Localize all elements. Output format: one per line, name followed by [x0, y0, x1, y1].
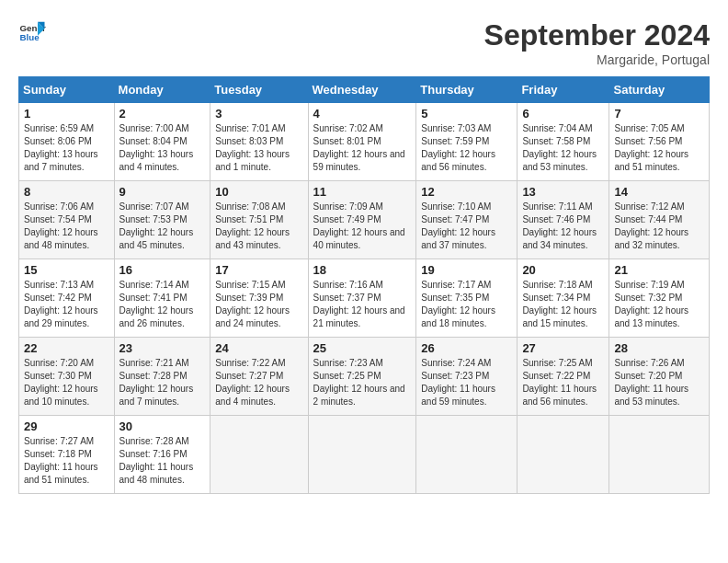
table-row: 18 Sunrise: 7:16 AMSunset: 7:37 PMDaylig… [308, 259, 416, 338]
day-number: 18 [313, 263, 412, 277]
day-number: 17 [215, 263, 302, 277]
table-row: 19 Sunrise: 7:17 AMSunset: 7:35 PMDaylig… [416, 259, 518, 338]
svg-text:Blue: Blue [20, 32, 40, 42]
calendar-table: Sunday Monday Tuesday Wednesday Thursday… [18, 76, 710, 494]
day-number: 22 [24, 341, 109, 355]
day-info: Sunrise: 7:20 AMSunset: 7:30 PMDaylight:… [24, 357, 109, 408]
logo: General Blue [18, 18, 46, 46]
day-info: Sunrise: 7:25 AMSunset: 7:22 PMDaylight:… [522, 357, 604, 408]
day-number: 15 [24, 263, 109, 277]
table-row: 6 Sunrise: 7:04 AMSunset: 7:58 PMDayligh… [518, 103, 609, 181]
day-number: 8 [24, 185, 109, 199]
table-row: 10 Sunrise: 7:08 AMSunset: 7:51 PMDaylig… [210, 181, 308, 259]
location: Margaride, Portugal [484, 52, 710, 67]
day-number: 21 [614, 263, 704, 277]
day-number: 10 [215, 185, 302, 199]
day-info: Sunrise: 7:04 AMSunset: 7:58 PMDaylight:… [522, 122, 604, 174]
table-row: 24 Sunrise: 7:22 AMSunset: 7:27 PMDaylig… [210, 338, 308, 416]
day-number: 4 [313, 107, 412, 121]
day-info: Sunrise: 7:11 AMSunset: 7:46 PMDaylight:… [522, 201, 604, 252]
weekday-header-row: Sunday Monday Tuesday Wednesday Thursday… [19, 77, 710, 103]
title-block: September 2024 Margaride, Portugal [484, 18, 710, 67]
day-number: 6 [522, 107, 604, 121]
day-number: 25 [313, 341, 412, 355]
calendar-week-row: 1 Sunrise: 6:59 AMSunset: 8:06 PMDayligh… [19, 103, 710, 181]
day-info: Sunrise: 7:17 AMSunset: 7:35 PMDaylight:… [421, 279, 512, 330]
table-row [210, 416, 308, 494]
day-info: Sunrise: 7:19 AMSunset: 7:32 PMDaylight:… [614, 279, 704, 330]
table-row: 7 Sunrise: 7:05 AMSunset: 7:56 PMDayligh… [609, 103, 710, 181]
table-row: 11 Sunrise: 7:09 AMSunset: 7:49 PMDaylig… [308, 181, 416, 259]
col-sunday: Sunday [19, 77, 115, 103]
table-row: 13 Sunrise: 7:11 AMSunset: 7:46 PMDaylig… [518, 181, 609, 259]
day-number: 11 [313, 185, 412, 199]
day-info: Sunrise: 7:12 AMSunset: 7:44 PMDaylight:… [614, 201, 704, 252]
day-number: 3 [215, 107, 302, 121]
day-info: Sunrise: 7:14 AMSunset: 7:41 PMDaylight:… [119, 279, 206, 330]
table-row: 8 Sunrise: 7:06 AMSunset: 7:54 PMDayligh… [19, 181, 115, 259]
table-row: 15 Sunrise: 7:13 AMSunset: 7:42 PMDaylig… [19, 259, 115, 338]
day-info: Sunrise: 7:02 AMSunset: 8:01 PMDaylight:… [313, 122, 412, 174]
col-thursday: Thursday [416, 77, 518, 103]
calendar-week-row: 15 Sunrise: 7:13 AMSunset: 7:42 PMDaylig… [19, 259, 710, 338]
calendar-week-row: 22 Sunrise: 7:20 AMSunset: 7:30 PMDaylig… [19, 338, 710, 416]
day-info: Sunrise: 7:03 AMSunset: 7:59 PMDaylight:… [421, 122, 512, 174]
day-number: 27 [522, 341, 604, 355]
table-row [416, 416, 518, 494]
day-info: Sunrise: 7:01 AMSunset: 8:03 PMDaylight:… [215, 122, 302, 174]
table-row [518, 416, 609, 494]
calendar-week-row: 29 Sunrise: 7:27 AMSunset: 7:18 PMDaylig… [19, 416, 710, 494]
logo-icon: General Blue [18, 18, 46, 46]
day-number: 16 [119, 263, 206, 277]
table-row: 25 Sunrise: 7:23 AMSunset: 7:25 PMDaylig… [308, 338, 416, 416]
table-row [609, 416, 710, 494]
day-number: 24 [215, 341, 302, 355]
table-row: 30 Sunrise: 7:28 AMSunset: 7:16 PMDaylig… [114, 416, 210, 494]
table-row: 27 Sunrise: 7:25 AMSunset: 7:22 PMDaylig… [518, 338, 609, 416]
day-info: Sunrise: 7:09 AMSunset: 7:49 PMDaylight:… [313, 201, 412, 252]
day-info: Sunrise: 7:06 AMSunset: 7:54 PMDaylight:… [24, 201, 109, 252]
day-number: 7 [614, 107, 704, 121]
day-info: Sunrise: 7:18 AMSunset: 7:34 PMDaylight:… [522, 279, 604, 330]
month-title: September 2024 [484, 18, 710, 52]
page-header: General Blue September 2024 Margaride, P… [18, 18, 710, 67]
table-row: 1 Sunrise: 6:59 AMSunset: 8:06 PMDayligh… [19, 103, 115, 181]
day-number: 23 [119, 341, 206, 355]
day-number: 1 [24, 107, 109, 121]
day-info: Sunrise: 7:08 AMSunset: 7:51 PMDaylight:… [215, 201, 302, 252]
table-row: 22 Sunrise: 7:20 AMSunset: 7:30 PMDaylig… [19, 338, 115, 416]
table-row: 16 Sunrise: 7:14 AMSunset: 7:41 PMDaylig… [114, 259, 210, 338]
table-row: 5 Sunrise: 7:03 AMSunset: 7:59 PMDayligh… [416, 103, 518, 181]
table-row: 17 Sunrise: 7:15 AMSunset: 7:39 PMDaylig… [210, 259, 308, 338]
day-number: 20 [522, 263, 604, 277]
table-row: 20 Sunrise: 7:18 AMSunset: 7:34 PMDaylig… [518, 259, 609, 338]
table-row [308, 416, 416, 494]
day-number: 5 [421, 107, 512, 121]
day-number: 26 [421, 341, 512, 355]
day-info: Sunrise: 7:26 AMSunset: 7:20 PMDaylight:… [614, 357, 704, 408]
day-info: Sunrise: 7:22 AMSunset: 7:27 PMDaylight:… [215, 357, 302, 408]
table-row: 4 Sunrise: 7:02 AMSunset: 8:01 PMDayligh… [308, 103, 416, 181]
day-number: 13 [522, 185, 604, 199]
day-info: Sunrise: 7:07 AMSunset: 7:53 PMDaylight:… [119, 201, 206, 252]
table-row: 28 Sunrise: 7:26 AMSunset: 7:20 PMDaylig… [609, 338, 710, 416]
day-info: Sunrise: 7:23 AMSunset: 7:25 PMDaylight:… [313, 357, 412, 408]
day-number: 19 [421, 263, 512, 277]
table-row: 29 Sunrise: 7:27 AMSunset: 7:18 PMDaylig… [19, 416, 115, 494]
day-number: 12 [421, 185, 512, 199]
day-info: Sunrise: 7:15 AMSunset: 7:39 PMDaylight:… [215, 279, 302, 330]
day-info: Sunrise: 7:16 AMSunset: 7:37 PMDaylight:… [313, 279, 412, 330]
day-info: Sunrise: 6:59 AMSunset: 8:06 PMDaylight:… [24, 122, 109, 174]
col-friday: Friday [518, 77, 609, 103]
day-number: 30 [119, 419, 206, 433]
day-info: Sunrise: 7:28 AMSunset: 7:16 PMDaylight:… [119, 435, 206, 487]
col-tuesday: Tuesday [210, 77, 308, 103]
table-row: 21 Sunrise: 7:19 AMSunset: 7:32 PMDaylig… [609, 259, 710, 338]
table-row: 2 Sunrise: 7:00 AMSunset: 8:04 PMDayligh… [114, 103, 210, 181]
col-saturday: Saturday [609, 77, 710, 103]
day-info: Sunrise: 7:24 AMSunset: 7:23 PMDaylight:… [421, 357, 512, 408]
col-wednesday: Wednesday [308, 77, 416, 103]
day-number: 28 [614, 341, 704, 355]
day-info: Sunrise: 7:27 AMSunset: 7:18 PMDaylight:… [24, 435, 109, 487]
table-row: 23 Sunrise: 7:21 AMSunset: 7:28 PMDaylig… [114, 338, 210, 416]
